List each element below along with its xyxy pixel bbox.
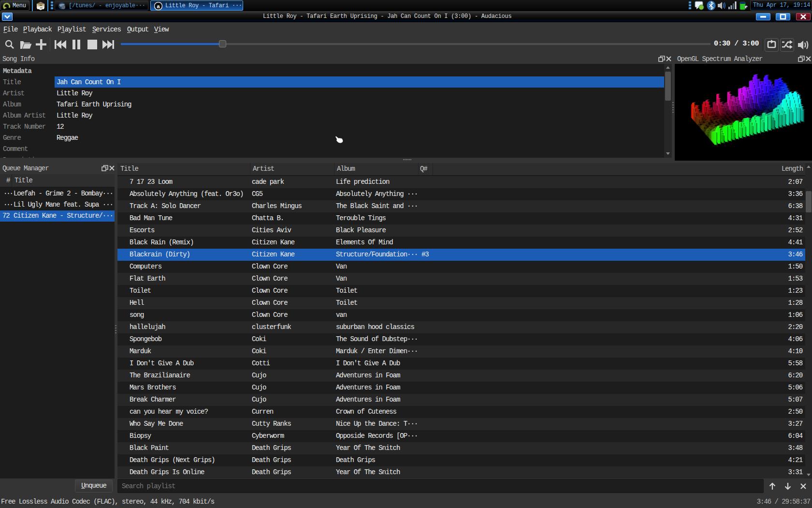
svg-text:a: a — [157, 4, 160, 10]
